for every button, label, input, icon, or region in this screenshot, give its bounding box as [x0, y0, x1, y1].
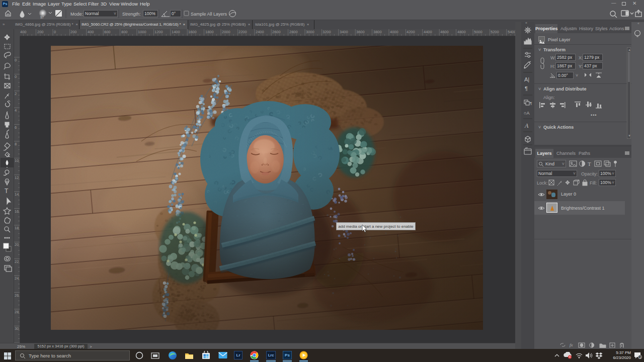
svg-text:¶: ¶ [525, 85, 528, 92]
svg-text:○A: ○A [524, 111, 529, 116]
svg-text:200: 200 [70, 30, 77, 34]
svg-text:5400: 5400 [508, 30, 515, 34]
svg-text:«: « [525, 22, 527, 25]
svg-text:2: 2 [15, 92, 17, 96]
svg-text:6: 6 [15, 125, 17, 130]
svg-text:800: 800 [121, 30, 128, 34]
svg-text:16: 16 [15, 209, 19, 214]
svg-text:12: 12 [15, 175, 19, 180]
svg-text:4400: 4400 [424, 30, 432, 34]
svg-text:8: 8 [15, 142, 17, 146]
svg-text:1000: 1000 [138, 30, 146, 34]
svg-text:0: 0 [54, 30, 56, 34]
svg-text:2800: 2800 [289, 30, 298, 34]
svg-text:2000: 2000 [222, 30, 230, 34]
svg-text:4000: 4000 [390, 30, 398, 34]
svg-text:4: 4 [15, 108, 17, 113]
svg-text:1800: 1800 [205, 30, 214, 34]
svg-text:28: 28 [15, 310, 19, 314]
svg-text:4600: 4600 [440, 30, 449, 34]
svg-text:22: 22 [15, 259, 19, 264]
svg-text:400: 400 [20, 30, 27, 34]
svg-text:4200: 4200 [407, 30, 415, 34]
svg-text:3600: 3600 [356, 30, 365, 34]
svg-text:0: 0 [15, 74, 17, 79]
svg-text:4800: 4800 [457, 30, 466, 34]
svg-text:3800: 3800 [373, 30, 382, 34]
svg-text:400: 400 [88, 30, 94, 34]
svg-text:¶: ¶ [530, 101, 532, 106]
svg-text:26: 26 [15, 293, 19, 298]
svg-text:«: « [637, 22, 639, 25]
svg-text:3400: 3400 [340, 30, 348, 34]
svg-text:A: A [524, 122, 529, 129]
svg-text:1600: 1600 [188, 30, 197, 34]
svg-text:A|: A| [524, 76, 529, 82]
svg-text:600: 600 [104, 30, 111, 34]
svg-text:3000: 3000 [306, 30, 314, 34]
svg-text:5200: 5200 [491, 30, 499, 34]
svg-text:1200: 1200 [154, 30, 163, 34]
svg-text:5000: 5000 [474, 30, 482, 34]
svg-text:200: 200 [37, 30, 44, 34]
svg-text:2200: 2200 [238, 30, 247, 34]
svg-text:2400: 2400 [256, 30, 264, 34]
svg-text:3200: 3200 [323, 30, 331, 34]
svg-text:1400: 1400 [172, 30, 180, 34]
svg-text:0: 0 [15, 58, 17, 62]
svg-text:fx: fx [570, 342, 573, 347]
svg-text:T: T [5, 188, 9, 195]
svg-text:2600: 2600 [272, 30, 281, 34]
svg-text:T: T [588, 161, 591, 167]
